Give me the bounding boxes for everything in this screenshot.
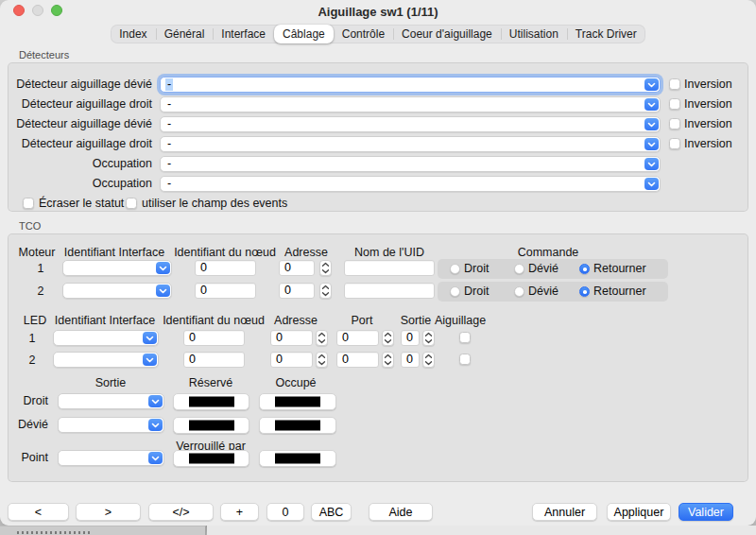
chevron-down-icon[interactable] [148,419,163,431]
led-aiguillage-checkbox[interactable] [459,354,471,365]
tab-track-driver[interactable]: Track Driver [567,25,645,43]
moteur-adresse-field[interactable]: 0 [279,283,315,299]
radio-icon [450,286,460,297]
moteur-noeud-header: Identifiant du nœud [174,246,276,259]
led-sortie-field[interactable]: 0 [401,352,420,368]
appliquer-button[interactable]: Appliquer [607,503,671,521]
tab-controle[interactable]: Contrôle [334,25,393,43]
tab-coeur-aiguillage[interactable]: Coeur d'aiguillage [393,25,501,43]
chevron-down-icon[interactable] [644,118,659,130]
led-adresse-stepper[interactable] [316,352,328,368]
radio-retourner[interactable]: Retourner [579,259,664,279]
inversion-checkbox[interactable] [669,78,680,90]
led-interface-combobox[interactable] [53,330,159,346]
detector-combobox[interactable]: - [160,77,661,93]
aide-button[interactable]: Aide [369,503,433,521]
chevron-down-icon[interactable] [644,78,659,91]
annuler-button[interactable]: Annuler [532,503,597,521]
led-sortie-field[interactable]: 0 [401,330,420,346]
detecteurs-group-box: Détecteur aiguillage dévié - Inversion D… [8,62,748,212]
combobox-value: - [165,78,173,91]
moteur-interface-combobox[interactable] [62,283,172,299]
led-noeud-field[interactable]: 0 [183,352,245,368]
chevron-down-icon[interactable] [644,98,659,111]
tab-utilisation[interactable]: Utilisation [501,25,567,43]
radio-devie[interactable]: Dévié [514,282,573,302]
led-header: LED [24,314,46,327]
chevron-down-icon[interactable] [644,178,659,190]
radio-retourner[interactable]: Retourner [579,282,664,302]
led-port-stepper[interactable] [382,352,394,368]
chevron-down-icon[interactable] [148,395,163,407]
led-aiguillage-header: Aiguillage [435,314,486,327]
valider-button[interactable]: Valider [679,503,733,521]
radio-droit[interactable]: Droit [450,259,507,279]
reserve-droit-indicator[interactable] [173,393,249,410]
inversion-checkbox[interactable] [669,138,680,149]
background-window-right [207,526,756,535]
detector-combobox[interactable]: - [160,136,661,152]
detector-combobox[interactable]: - [160,116,661,132]
led-row-number: 1 [29,332,36,345]
led-port-stepper[interactable] [382,330,394,346]
tab-cablage[interactable]: Câblage [274,25,334,43]
radio-icon [514,286,524,297]
moteur-noeud-field[interactable]: 0 [195,283,256,299]
led-adresse-field[interactable]: 0 [270,330,313,346]
sortie-point-combobox[interactable] [58,450,164,466]
inversion-label: Inversion [684,96,732,112]
led-port-field[interactable]: 0 [336,352,379,368]
reserve-devie-indicator[interactable] [173,417,249,434]
chevron-down-icon[interactable] [156,285,170,297]
moteur-uid-header: Nom de l'UID [354,246,424,259]
tab-index[interactable]: Index [111,25,155,43]
moteur-noeud-field[interactable]: 0 [195,260,256,276]
add-button[interactable]: + [220,503,259,521]
moteur-adresse-field[interactable]: 0 [279,260,315,276]
led-interface-combobox[interactable] [53,352,159,368]
code-button[interactable]: </> [148,503,214,521]
chevron-down-icon[interactable] [143,354,157,366]
occupe-devie-indicator[interactable] [259,417,336,434]
led-port-field[interactable]: 0 [336,330,379,346]
zero-button[interactable]: 0 [266,503,304,521]
sortie-droit-combobox[interactable] [58,393,164,409]
abc-button[interactable]: ABC [311,503,352,521]
radio-devie[interactable]: Dévié [514,259,573,279]
ecraser-le-statut-checkbox[interactable] [23,198,34,209]
moteur-uid-field[interactable] [344,283,435,299]
occupe-droit-indicator[interactable] [259,393,336,410]
led-sortie-stepper[interactable] [422,330,435,346]
occupation-combobox[interactable]: - [160,156,661,172]
moteur-adresse-stepper[interactable] [319,260,332,276]
moteur-adresse-stepper[interactable] [319,283,332,299]
led-aiguillage-checkbox[interactable] [459,332,471,343]
radio-selected-icon [579,286,590,297]
next-button[interactable]: > [76,503,141,521]
moteur-interface-combobox[interactable] [62,260,172,276]
chevron-down-icon[interactable] [148,452,163,464]
detector-combobox[interactable]: - [160,96,661,112]
inversion-checkbox[interactable] [669,118,680,129]
tab-interface[interactable]: Interface [213,25,274,43]
occupe-point-indicator[interactable] [259,450,336,467]
combobox-value: - [167,138,171,150]
sortie-devie-combobox[interactable] [58,417,164,433]
chevron-down-icon[interactable] [644,158,659,170]
utiliser-champ-events-checkbox[interactable] [126,198,137,209]
verrouille-point-indicator[interactable] [173,450,249,467]
ecraser-le-statut-label: Écraser le statut [39,198,124,210]
chevron-down-icon[interactable] [644,138,659,150]
occupation-combobox[interactable]: - [160,176,661,192]
chevron-down-icon[interactable] [156,262,170,274]
led-adresse-stepper[interactable] [316,330,328,346]
prev-button[interactable]: < [8,503,69,521]
led-sortie-stepper[interactable] [422,352,435,368]
led-adresse-field[interactable]: 0 [270,352,313,368]
moteur-uid-field[interactable] [344,260,435,276]
chevron-down-icon[interactable] [143,332,157,344]
led-noeud-field[interactable]: 0 [183,330,245,346]
tab-general[interactable]: Général [156,25,214,43]
inversion-checkbox[interactable] [669,98,680,110]
radio-droit[interactable]: Droit [450,282,507,302]
